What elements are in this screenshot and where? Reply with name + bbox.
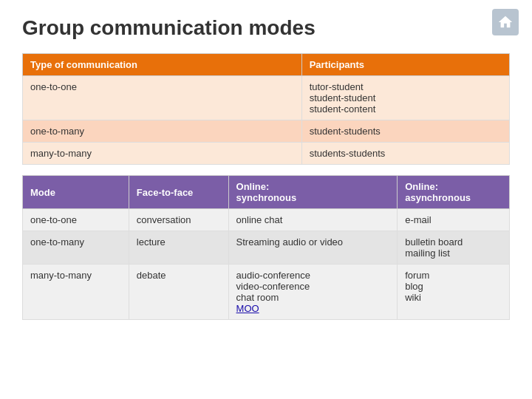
b-row2-sync: Streaming audio or video: [228, 231, 398, 265]
bottom-header-async: Online:asynchronous: [398, 176, 510, 209]
table-row: one-to-one tutor-studentstudent-students…: [23, 76, 510, 120]
top-header-type: Type of communication: [23, 54, 302, 76]
moo-link[interactable]: MOO: [236, 303, 259, 314]
table-row: many-to-many students-students: [23, 143, 510, 165]
top-header-participants: Participants: [301, 54, 509, 76]
b-row1-mode: one-to-one: [23, 209, 129, 231]
b-row1-sync: online chat: [228, 209, 398, 231]
home-button[interactable]: [492, 9, 519, 35]
bottom-header-mode: Mode: [23, 176, 129, 209]
b-row2-mode: one-to-many: [23, 231, 129, 265]
b-row3-face: debate: [129, 265, 228, 320]
bottom-table: Mode Face-to-face Online:synchronous Onl…: [22, 175, 510, 320]
b-row2-face: lecture: [129, 231, 228, 265]
b-row2-async: bulletin boardmailing list: [398, 231, 510, 265]
main-page: Group communication modes Type of commun…: [0, 0, 532, 399]
b-row1-face: conversation: [129, 209, 228, 231]
b-row1-async: e-mail: [398, 209, 510, 231]
row2-type: one-to-many: [23, 120, 302, 143]
b-row3-mode: many-to-many: [23, 265, 129, 320]
table-row: one-to-many lecture Streaming audio or v…: [23, 231, 510, 265]
row3-participants: students-students: [301, 143, 509, 165]
row3-type: many-to-many: [23, 143, 302, 165]
bottom-header-sync: Online:synchronous: [228, 176, 398, 209]
table-row: one-to-many student-students: [23, 120, 510, 143]
bottom-header-face: Face-to-face: [129, 176, 228, 209]
row2-participants: student-students: [301, 120, 509, 143]
row1-participants: tutor-studentstudent-studentstudent-cont…: [301, 76, 509, 120]
table-row: many-to-many debate audio-conferencevide…: [23, 265, 510, 320]
top-table: Type of communication Participants one-t…: [22, 53, 510, 165]
table-row: one-to-one conversation online chat e-ma…: [23, 209, 510, 231]
b-row3-sync: audio-conferencevideo-conferencechat roo…: [228, 265, 398, 320]
row1-type: one-to-one: [23, 76, 302, 120]
b-row3-async: forumblogwiki: [398, 265, 510, 320]
page-title: Group communication modes: [22, 16, 510, 40]
